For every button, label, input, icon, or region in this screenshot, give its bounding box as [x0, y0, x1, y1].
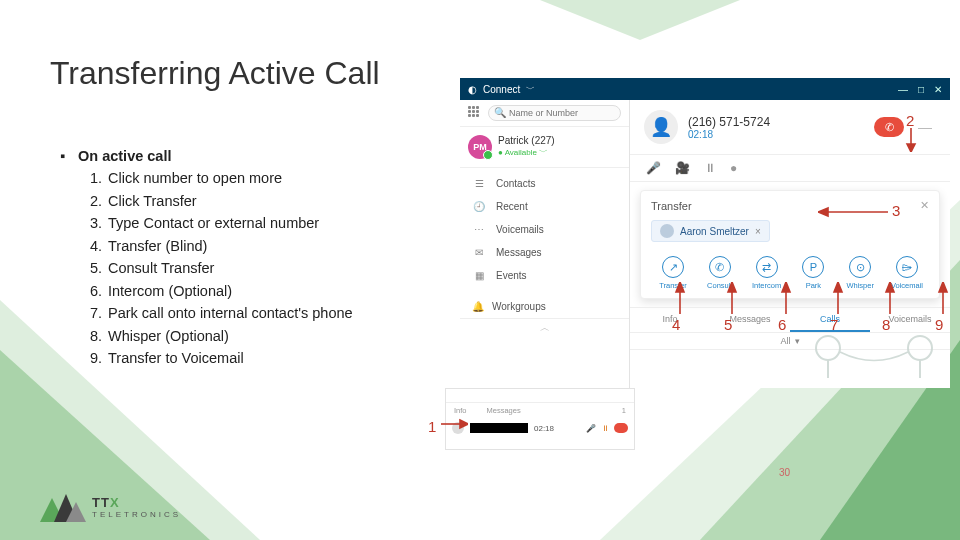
- bullet-square: ▪: [60, 145, 78, 167]
- chevron-down-icon[interactable]: ﹀: [526, 83, 535, 96]
- step-item: Park call onto internal contact's phone: [106, 302, 353, 324]
- mini-count: 1: [622, 406, 626, 415]
- nav-workgroups[interactable]: 🔔 Workgroups: [460, 295, 629, 318]
- svg-point-8: [908, 336, 932, 360]
- nav-voicemails[interactable]: ⋯Voicemails: [460, 218, 629, 241]
- chip-remove-icon[interactable]: ×: [755, 226, 761, 237]
- callout-4: 4: [672, 316, 680, 333]
- step-item: Type Contact or external number: [106, 212, 353, 234]
- arrow-9: [936, 282, 950, 314]
- user-avatar: PM: [468, 135, 492, 159]
- maximize-icon[interactable]: □: [918, 84, 924, 95]
- svg-marker-5: [540, 0, 740, 40]
- caller-number[interactable]: (216) 571-5724: [688, 115, 770, 129]
- nav-messages[interactable]: ✉Messages: [460, 241, 629, 264]
- hold-icon[interactable]: ⏸: [704, 161, 716, 175]
- svg-point-6: [816, 336, 840, 360]
- presence-status: ● Available ﹀: [498, 146, 555, 159]
- nav-list: ☰Contacts 🕘Recent ⋯Voicemails ✉Messages …: [460, 168, 629, 291]
- video-icon[interactable]: 🎥: [675, 161, 690, 175]
- arrow-3: [818, 205, 888, 219]
- call-controls-row: 🎤 🎥 ⏸ ●: [630, 155, 950, 182]
- transfer-icon: ↗: [662, 256, 684, 278]
- steps-list: Click number to open more Click Transfer…: [106, 167, 353, 369]
- slide-title: Transferring Active Call: [50, 55, 380, 92]
- call-duration: 02:18: [688, 129, 770, 140]
- callout-2: 2: [906, 112, 914, 129]
- logo-ttx: TTX: [92, 495, 181, 510]
- callout-7: 7: [830, 316, 838, 333]
- callout-3: 3: [892, 202, 900, 219]
- page-number: 30: [779, 467, 790, 478]
- callout-9: 9: [935, 316, 943, 333]
- arrow-2: [904, 128, 918, 152]
- arrow-6: [779, 282, 793, 314]
- arrow-5: [725, 282, 739, 314]
- message-icon: ✉: [472, 247, 486, 258]
- callout-5: 5: [724, 316, 732, 333]
- app-titlebar: ◐ Connect ﹀ — □ ✕: [460, 78, 950, 100]
- presence-card[interactable]: PM Patrick (227) ● Available ﹀: [460, 127, 629, 168]
- tab-info[interactable]: Info: [630, 308, 710, 332]
- callout-1: 1: [428, 418, 436, 435]
- caller-avatar: 👤: [644, 110, 678, 144]
- step-item: Transfer to Voicemail: [106, 347, 353, 369]
- close-icon[interactable]: ✕: [934, 84, 942, 95]
- app-screenshot: ◐ Connect ﹀ — □ ✕ 🔍 PM Patrick (227): [460, 78, 950, 388]
- mute-icon[interactable]: 🎤: [646, 161, 661, 175]
- voicemail-action-icon: ⌲: [896, 256, 918, 278]
- close-panel-icon[interactable]: ✕: [920, 199, 929, 212]
- step-item: Intercom (Optional): [106, 280, 353, 302]
- tin-can-illustration: [804, 314, 944, 384]
- logo-icon: [40, 492, 86, 522]
- arrow-4: [673, 282, 687, 314]
- park-icon: P: [802, 256, 824, 278]
- hangup-button[interactable]: ✆: [874, 117, 904, 137]
- contacts-icon: ☰: [472, 178, 486, 189]
- slide-body: ▪ On active call Click number to open mo…: [60, 145, 353, 370]
- step-item: Whisper (Optional): [106, 325, 353, 347]
- mini-hold-icon[interactable]: ⏸: [601, 424, 609, 433]
- logo-subtext: TELETRONICS: [92, 510, 181, 519]
- transfer-target-chip[interactable]: Aaron Smeltzer ×: [651, 220, 770, 242]
- action-park[interactable]: PPark: [791, 256, 835, 290]
- app-main: 👤 (216) 571-5724 02:18 ✆ — 🎤 🎥 ⏸ ● Trans…: [630, 100, 950, 388]
- arrow-8: [883, 282, 897, 314]
- consult-icon: ✆: [709, 256, 731, 278]
- minimize-icon[interactable]: —: [898, 84, 908, 95]
- chip-avatar: [660, 224, 674, 238]
- voicemail-icon: ⋯: [472, 224, 486, 235]
- step-item: Click number to open more: [106, 167, 353, 189]
- whisper-icon: ⊙: [849, 256, 871, 278]
- mini-mute-icon[interactable]: 🎤: [586, 424, 596, 433]
- nav-events[interactable]: ▦Events: [460, 264, 629, 287]
- record-icon[interactable]: ●: [730, 161, 737, 175]
- app-logo-icon: ◐: [468, 84, 477, 95]
- search-input[interactable]: [488, 105, 621, 121]
- intercom-icon: ⇄: [756, 256, 778, 278]
- app-title: Connect: [483, 84, 520, 95]
- dialpad-icon[interactable]: [468, 106, 482, 120]
- footer-logo: TTX TELETRONICS: [40, 492, 181, 522]
- step-item: Click Transfer: [106, 190, 353, 212]
- chip-name: Aaron Smeltzer: [680, 226, 749, 237]
- search-icon: 🔍: [494, 107, 506, 118]
- step-item: Transfer (Blind): [106, 235, 353, 257]
- collapse-caret[interactable]: ︿: [460, 318, 629, 337]
- mini-time: 02:18: [534, 424, 554, 433]
- nav-recent[interactable]: 🕘Recent: [460, 195, 629, 218]
- arrow-7: [831, 282, 845, 314]
- clock-icon: 🕘: [472, 201, 486, 212]
- step-item: Consult Transfer: [106, 257, 353, 279]
- call-header: 👤 (216) 571-5724 02:18 ✆ —: [630, 100, 950, 155]
- mini-tab-messages[interactable]: Messages: [487, 406, 521, 415]
- callout-6: 6: [778, 316, 786, 333]
- chevron-down-icon: ▾: [795, 336, 800, 346]
- callout-8: 8: [882, 316, 890, 333]
- mini-screenshot: Info Messages 1 02:18 🎤 ⏸: [445, 388, 635, 450]
- mini-redacted: [470, 423, 528, 433]
- arrow-1: [438, 400, 468, 440]
- mini-hangup-icon[interactable]: [614, 423, 628, 433]
- calendar-icon: ▦: [472, 270, 486, 281]
- nav-contacts[interactable]: ☰Contacts: [460, 172, 629, 195]
